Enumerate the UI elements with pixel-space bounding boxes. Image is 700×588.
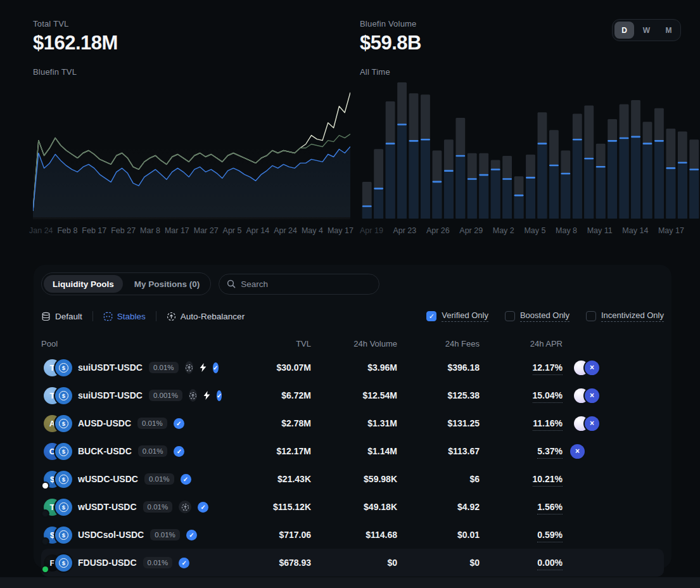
period-toggle[interactable]: DWM	[612, 19, 681, 41]
fees-cell: $0.01	[397, 530, 480, 540]
table-row[interactable]: T$suiUSDT-USDC0.001%✓$6.72M$12.54M$125.3…	[41, 381, 664, 409]
token-icon-usdc: $	[55, 554, 72, 572]
fees-cell: $396.18	[397, 362, 480, 373]
boosted-only-checkbox[interactable]	[505, 311, 515, 321]
usdc-dollar-glyph: $	[59, 502, 68, 512]
fee-tier-badge: 0.01%	[143, 501, 173, 513]
apr-value: 11.16%	[533, 418, 563, 431]
apr-cell: 0.00%	[480, 558, 563, 568]
tvl-cell: $2.78M	[219, 418, 311, 428]
liquidity-pools-card: Liquidity PoolsMy Positions (0) DefaultS…	[34, 265, 671, 568]
pools-table: T$suiUSDT-USDC0.01%✓$30.07M$3.96M$396.18…	[41, 354, 664, 577]
tvl-cell: $115.12K	[219, 502, 311, 512]
fees-cell: $125.38	[397, 390, 480, 400]
rebalance-icon	[167, 312, 176, 321]
pool-name: wUSDC-USDC	[78, 474, 138, 484]
reward-icons: ×	[563, 416, 626, 431]
incentivized-only-toggle[interactable]: Incentivized Only	[586, 310, 664, 322]
table-header: PoolTVL24h Volume24h Fees24h APR	[41, 336, 664, 351]
apr-value: 0.59%	[537, 530, 563, 542]
fees-cell: $113.67	[397, 446, 480, 456]
x-axis-label: May 8	[556, 226, 577, 235]
pool-name: BUCK-USDC	[78, 446, 132, 456]
tab-my-positions-0-[interactable]: My Positions (0)	[125, 275, 209, 293]
verified-only-toggle[interactable]: ✓Verified Only	[426, 310, 488, 322]
pool-cell: F$FDUSD-USDC0.01%✓	[41, 554, 219, 572]
search-box[interactable]	[219, 274, 379, 295]
x-axis-label: May 2	[493, 226, 514, 235]
filter-divider	[156, 311, 156, 321]
fee-tier-badge: 0.01%	[150, 529, 180, 540]
toggle-option-m[interactable]: M	[659, 22, 678, 39]
table-row[interactable]: T$wUSDT-USDC0.01%✓$115.12K$49.18K$4.921.…	[41, 493, 664, 521]
fees-cell: $131.25	[397, 418, 480, 428]
fees-cell: $6	[397, 474, 480, 484]
x-axis-label: May 11	[587, 226, 613, 235]
filter-label: Default	[55, 312, 82, 321]
x-axis-label: Mar 17	[165, 226, 189, 235]
rebalance-badge-icon	[185, 361, 193, 374]
tvl-cell: $21.43K	[219, 474, 311, 484]
verified-only-checkbox[interactable]: ✓	[426, 311, 436, 321]
apr-cell: 15.04%	[480, 390, 563, 400]
pool-name: suiUSDT-USDC	[78, 390, 143, 400]
token-icon-usdc: $	[55, 443, 72, 460]
tab-liquidity-pools[interactable]: Liquidity Pools	[44, 275, 123, 293]
table-row[interactable]: $$wUSDC-USDC0.01%✓$21.43K$59.98K$610.21%	[41, 465, 664, 493]
incentivized-only-checkbox[interactable]	[586, 311, 596, 321]
table-row[interactable]: C$BUCK-USDC0.01%✓$12.17M$1.14M$113.675.3…	[41, 437, 664, 465]
volume-cell: $114.68	[311, 530, 397, 540]
filter-default[interactable]: Default	[41, 312, 82, 321]
toggle-option-d[interactable]: D	[614, 22, 634, 39]
wrapped-token-badge	[42, 483, 48, 489]
reward-icon-bluefin: ×	[585, 388, 599, 403]
apr-value: 1.56%	[537, 502, 563, 514]
apr-value: 10.21%	[533, 474, 563, 487]
rebalance-badge-icon	[189, 389, 197, 402]
volume-cell: $59.98K	[311, 474, 397, 484]
toggle-option-w[interactable]: W	[637, 22, 656, 39]
apr-cell: 10.21%	[480, 474, 563, 484]
search-icon	[227, 279, 236, 288]
filter-auto-rebalancer[interactable]: Auto-Rebalancer	[167, 312, 245, 321]
apr-value: 15.04%	[533, 390, 563, 403]
tvl-line-chart	[33, 81, 350, 219]
x-axis-label: Apr 5	[223, 226, 242, 235]
volume-cell: $12.54M	[311, 390, 397, 400]
volume-chart-x-axis: Apr 19Apr 23Apr 26Apr 29May 2May 5May 8M…	[360, 226, 684, 235]
token-icon-usdc: $	[55, 471, 72, 488]
token-pair-icon: A$	[44, 415, 72, 432]
token-pair-icon: T$	[44, 387, 72, 404]
usdc-dollar-glyph: $	[59, 558, 68, 568]
wrapped-token-badge	[42, 539, 48, 544]
pool-cell: A$AUSD-USDC0.01%✓	[41, 415, 219, 432]
filter-divider	[92, 311, 93, 321]
table-row[interactable]: F$FDUSD-USDC0.01%✓$678.93$0$00.00%	[41, 549, 664, 577]
total-tvl-label: Total TVL	[33, 19, 68, 29]
volume-label: Bluefin Volume	[360, 19, 417, 29]
pool-cell: T$wUSDT-USDC0.01%✓	[41, 499, 219, 516]
search-input[interactable]	[241, 279, 371, 289]
filter-stables[interactable]: Stables	[103, 312, 146, 321]
pool-name: USDCsol-USDC	[78, 530, 144, 540]
token-pair-icon: F$	[44, 554, 72, 572]
x-axis-label: May 5	[524, 226, 545, 235]
fees-cell: $4.92	[397, 502, 480, 512]
verified-icon: ✓	[174, 418, 184, 429]
table-row[interactable]: $$USDCsol-USDC0.01%✓$717.06$114.68$0.010…	[41, 521, 664, 549]
tvl-chart-title: Bluefin TVL	[33, 67, 77, 77]
verified-icon: ✓	[186, 530, 197, 540]
fees-cell: $0	[397, 558, 480, 568]
table-row[interactable]: T$suiUSDT-USDC0.01%✓$30.07M$3.96M$396.18…	[41, 354, 664, 381]
x-axis-label: Feb 17	[82, 226, 106, 235]
wrapped-token-badge	[42, 511, 48, 516]
column-header-tvl: TVL	[219, 339, 311, 348]
pool-cell: $$USDCsol-USDC0.01%✓	[41, 527, 219, 544]
stables-icon	[103, 312, 113, 321]
bottom-section-edge	[0, 577, 700, 588]
token-icon-usdc: $	[55, 499, 72, 516]
table-row[interactable]: A$AUSD-USDC0.01%✓$2.78M$1.31M$131.2511.1…	[41, 409, 664, 437]
boosted-only-toggle[interactable]: Boosted Only	[505, 310, 570, 322]
filter-toggles: ✓Verified OnlyBoosted OnlyIncentivized O…	[426, 310, 664, 322]
verified-icon: ✓	[174, 446, 184, 457]
